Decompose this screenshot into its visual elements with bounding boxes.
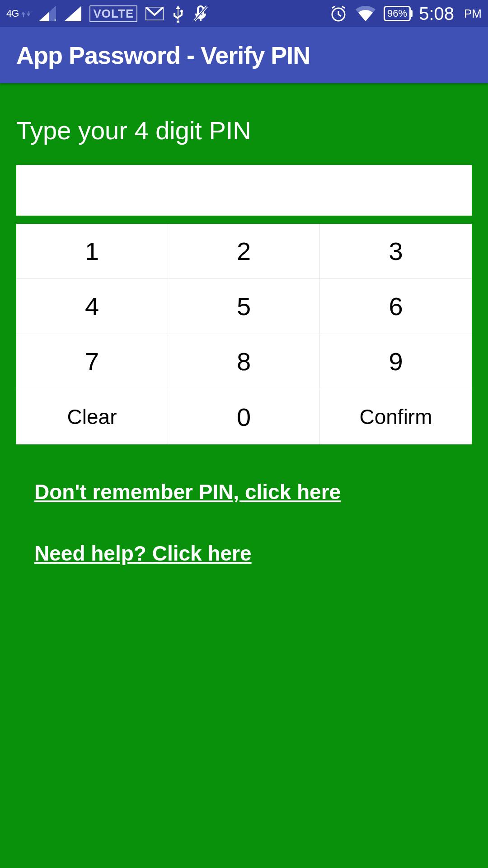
page-title: App Password - Verify PIN [16, 41, 310, 69]
key-8[interactable]: 8 [168, 334, 320, 389]
key-confirm[interactable]: Confirm [320, 389, 472, 444]
key-6[interactable]: 6 [320, 279, 472, 334]
status-bar: 4G 1 2 VOLTE 96% 5:08 PM [0, 0, 488, 27]
key-2[interactable]: 2 [168, 224, 320, 279]
gmail-icon [145, 7, 164, 20]
pin-prompt: Type your 4 digit PIN [16, 116, 472, 145]
key-0[interactable]: 0 [168, 389, 320, 444]
alarm-icon [329, 5, 347, 23]
volte-badge: VOLTE [89, 5, 137, 22]
mic-off-icon [192, 5, 209, 23]
signal-sim2-icon: 2 [64, 6, 81, 21]
key-9[interactable]: 9 [320, 334, 472, 389]
clock-ampm: PM [464, 7, 482, 21]
battery-indicator: 96% [384, 6, 411, 21]
key-1[interactable]: 1 [16, 224, 168, 279]
pin-input[interactable] [16, 165, 472, 216]
forgot-pin-link[interactable]: Don't remember PIN, click here [34, 480, 472, 504]
need-help-link[interactable]: Need help? Click here [34, 541, 472, 566]
svg-text:1: 1 [53, 18, 56, 21]
usb-icon [172, 5, 184, 23]
app-bar: App Password - Verify PIN [0, 27, 488, 83]
clock-time: 5:08 [419, 4, 454, 24]
svg-text:2: 2 [79, 18, 81, 21]
key-4[interactable]: 4 [16, 279, 168, 334]
key-7[interactable]: 7 [16, 334, 168, 389]
network-type-label: 4G [6, 9, 31, 19]
key-clear[interactable]: Clear [16, 389, 168, 444]
signal-sim1-icon: 1 [39, 6, 56, 21]
wifi-icon [356, 6, 375, 21]
keypad: 1 2 3 4 5 6 7 8 9 Clear 0 Confirm [16, 224, 472, 444]
key-3[interactable]: 3 [320, 224, 472, 279]
key-5[interactable]: 5 [168, 279, 320, 334]
content: Type your 4 digit PIN 1 2 3 4 5 6 7 8 9 … [0, 83, 488, 868]
